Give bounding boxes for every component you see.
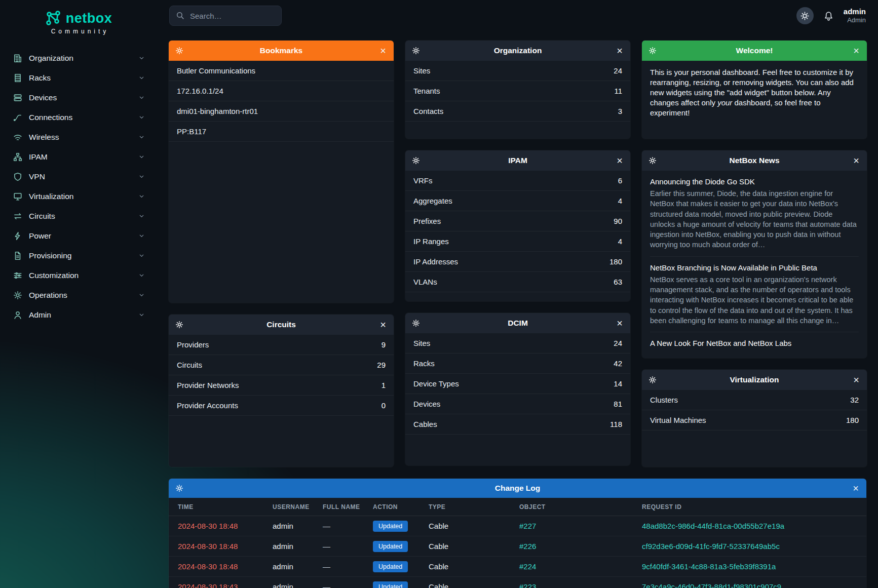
stat-label[interactable]: Device Types [413,379,459,388]
close-icon[interactable]: × [852,376,860,384]
document-icon [13,251,22,260]
changelog-request-link[interactable]: 48ad8b2c-986d-44fd-81ca-00d55b27e19a [642,522,857,530]
close-icon[interactable]: × [852,156,860,165]
sidebar-item-label: Racks [29,73,132,83]
gear-icon[interactable] [648,156,657,165]
sidebar-item-devices[interactable]: Devices [0,88,157,107]
sidebar-item-provisioning[interactable]: Provisioning [0,246,157,265]
close-icon[interactable]: × [616,319,624,327]
sidebar-item-vpn[interactable]: VPN [0,167,157,186]
bookmark-item[interactable]: dmi01-binghamton-rtr01 [169,101,394,122]
gear-icon[interactable] [412,319,420,327]
news-item-title[interactable]: Announcing the Diode Go SDK [650,177,859,186]
news-item-title[interactable]: A New Look For NetBox and NetBox Labs [650,339,859,347]
gear-icon[interactable] [175,484,183,492]
brand-row[interactable]: netbox [45,10,112,26]
changelog-object-link[interactable]: #224 [519,562,642,571]
changelog-time-link[interactable]: 2024-08-30 18:48 [178,542,273,551]
changelog-username: admin [273,542,323,551]
widget-header: Change Log × [169,479,866,498]
transfer-icon [13,212,22,221]
close-icon[interactable]: × [616,47,624,55]
bookmark-item[interactable]: 172.16.0.1/24 [169,81,394,101]
changelog-time-link[interactable]: 2024-08-30 18:48 [178,562,273,571]
stat-label[interactable]: Prefixes [413,217,441,225]
changelog-rows: 2024-08-30 18:48admin—UpdatedCable#22748… [169,516,866,588]
stat-value: 14 [614,379,622,388]
sidebar-item-racks[interactable]: Racks [0,68,157,88]
gear-icon[interactable] [412,156,420,165]
chevron-down-icon [138,213,145,219]
stat-label[interactable]: Aggregates [413,197,452,205]
cogs-icon [13,291,22,300]
sidebar-item-connections[interactable]: Connections [0,107,157,127]
changelog-request-link[interactable]: 9cf40fdf-3461-4c88-81a3-5feb39f8391a [642,562,857,571]
bookmark-item[interactable]: Butler Communications [169,61,394,81]
close-icon[interactable]: × [379,47,387,55]
changelog-username: admin [273,582,323,588]
column-3: Welcome! × This is your personal dashboa… [642,41,867,467]
sidebar-item-customization[interactable]: Customization [0,265,157,285]
stat-label[interactable]: Virtual Machines [650,416,706,424]
sidebar-item-label: Devices [29,93,132,102]
gear-icon[interactable] [648,47,657,55]
gear-icon[interactable] [175,47,183,55]
stat-label[interactable]: Devices [413,400,440,408]
changelog-request-link[interactable]: cf92d3e6-d09d-41fc-9fd7-52337649ab5c [642,542,857,551]
widget-organization: Organization × Sites24Tenants11Contacts3 [405,41,630,139]
chevron-down-icon [138,311,145,318]
stat-label[interactable]: Sites [413,339,430,347]
changelog-time-link[interactable]: 2024-08-30 18:43 [178,582,273,588]
stat-label[interactable]: Sites [413,66,430,75]
sidebar-item-power[interactable]: Power [0,226,157,246]
gear-icon[interactable] [648,376,657,384]
stat-label[interactable]: Circuits [177,361,202,369]
notifications-button[interactable] [824,11,833,21]
sidebar-item-operations[interactable]: Operations [0,285,157,305]
bookmark-item[interactable]: PP:B117 [169,122,394,142]
stat-label[interactable]: Clusters [650,396,678,404]
widget-title: Virtualization [661,375,848,384]
stat-label[interactable]: IP Ranges [413,237,449,246]
changelog-action: Updated [373,521,429,532]
stat-row: Prefixes90 [405,211,630,231]
stat-label[interactable]: Racks [413,359,435,368]
close-icon[interactable]: × [852,484,860,492]
sliders-icon [13,271,22,280]
stat-label[interactable]: Providers [177,340,209,349]
stat-label[interactable]: Provider Networks [177,381,239,389]
stat-label[interactable]: IP Addresses [413,257,458,266]
stat-row: IP Ranges4 [405,231,630,252]
sidebar-item-ipam[interactable]: IPAM [0,147,157,167]
sidebar-item-label: Power [29,231,132,241]
sidebar-item-admin[interactable]: Admin [0,305,157,325]
bookmarks-list: Butler Communications172.16.0.1/24dmi01-… [169,61,394,142]
stat-label[interactable]: Provider Accounts [177,401,238,410]
news-item-title[interactable]: NetBox Branching is Now Available in Pub… [650,263,859,272]
changelog-time-link[interactable]: 2024-08-30 18:48 [178,522,273,530]
stat-label[interactable]: VLANs [413,278,437,286]
changelog-object-link[interactable]: #223 [519,582,642,588]
gear-icon[interactable] [412,47,420,55]
changelog-object-link[interactable]: #226 [519,542,642,551]
changelog-request-link[interactable]: 7e3c4a9c-46d0-47f3-88d1-f98301c907c9 [642,582,857,588]
gear-icon[interactable] [175,321,183,329]
stat-label[interactable]: Contacts [413,107,443,115]
changelog-object-link[interactable]: #227 [519,522,642,530]
stat-label[interactable]: Cables [413,420,437,428]
stat-value: 4 [618,197,622,205]
user-menu[interactable]: admin Admin [844,7,866,24]
sidebar-item-virtualization[interactable]: Virtualization [0,186,157,206]
close-icon[interactable]: × [616,156,624,165]
sidebar-item-wireless[interactable]: Wireless [0,127,157,147]
close-icon[interactable]: × [379,321,387,329]
stat-value: 180 [846,416,859,424]
theme-toggle-button[interactable] [796,7,814,24]
user-role: Admin [844,16,866,24]
stat-label[interactable]: Tenants [413,87,440,95]
sidebar-item-circuits[interactable]: Circuits [0,206,157,226]
stat-label[interactable]: VRFs [413,176,433,185]
search-input[interactable] [169,6,282,26]
sidebar-item-organization[interactable]: Organization [0,48,157,68]
close-icon[interactable]: × [852,47,860,55]
